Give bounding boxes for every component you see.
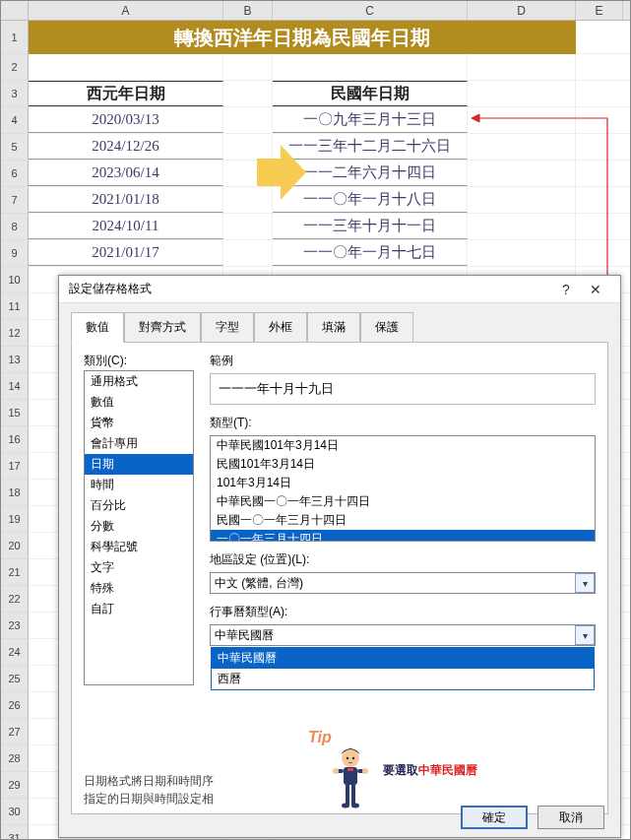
row-header-9[interactable]: 9 bbox=[1, 240, 29, 267]
roc-date[interactable]: 一一〇年一月十八日 bbox=[273, 187, 468, 213]
category-item[interactable]: 特殊 bbox=[85, 578, 193, 599]
category-item[interactable]: 貨幣 bbox=[85, 413, 193, 433]
chevron-down-icon[interactable]: ▾ bbox=[575, 625, 595, 645]
roc-date[interactable]: 一〇九年三月十三日 bbox=[273, 107, 468, 133]
chevron-down-icon[interactable]: ▾ bbox=[575, 573, 595, 593]
tab-5[interactable]: 保護 bbox=[360, 312, 413, 343]
type-item[interactable]: 民國101年3月14日 bbox=[211, 455, 595, 474]
row-header-1[interactable]: 1 bbox=[1, 21, 29, 54]
tab-1[interactable]: 對齊方式 bbox=[124, 312, 201, 343]
row-header-15[interactable]: 15 bbox=[1, 400, 29, 426]
roc-date[interactable]: 一一三年十二月二十六日 bbox=[273, 134, 468, 160]
type-list[interactable]: 中華民國101年3月14日民國101年3月14日101年3月14日中華民國一〇一… bbox=[210, 435, 596, 542]
category-item[interactable]: 時間 bbox=[85, 475, 193, 495]
row-header-5[interactable]: 5 bbox=[1, 134, 29, 161]
row-header-24[interactable]: 24 bbox=[1, 639, 29, 666]
tab-number: 類別(C): 通用格式數值貨幣會計專用日期時間百分比分數科學記號文字特殊自訂 範… bbox=[71, 342, 608, 814]
row-header-16[interactable]: 16 bbox=[1, 426, 29, 453]
category-item[interactable]: 文字 bbox=[85, 557, 193, 578]
western-date[interactable]: 2021/01/18 bbox=[29, 187, 223, 213]
roc-date[interactable]: 一一二年六月十四日 bbox=[273, 161, 468, 186]
calendar-option[interactable]: 中華民國曆 bbox=[212, 648, 594, 669]
western-date[interactable]: 2021/01/17 bbox=[29, 240, 223, 266]
svg-rect-14 bbox=[347, 768, 353, 771]
category-item[interactable]: 百分比 bbox=[85, 495, 193, 516]
category-label: 類別(C): bbox=[84, 353, 127, 369]
western-date[interactable]: 2020/03/13 bbox=[29, 107, 223, 133]
table-row: 2020/03/13一〇九年三月十三日 bbox=[29, 107, 630, 134]
close-button[interactable]: ✕ bbox=[581, 282, 610, 297]
row-header-13[interactable]: 13 bbox=[1, 347, 29, 373]
row-header-3[interactable]: 3 bbox=[1, 81, 29, 107]
row-header-26[interactable]: 26 bbox=[1, 692, 29, 719]
column-headers: A B C D E bbox=[1, 1, 630, 21]
calendar-option[interactable]: 西曆 bbox=[212, 669, 594, 689]
table-row: 2024/10/11一一三年十月十一日 bbox=[29, 214, 630, 240]
locale-combo[interactable]: 中文 (繁體, 台灣) ▾ bbox=[210, 572, 596, 594]
row-header-23[interactable]: 23 bbox=[1, 613, 29, 639]
row-header-10[interactable]: 10 bbox=[1, 267, 29, 293]
type-item[interactable]: 中華民國101年3月14日 bbox=[211, 436, 595, 455]
row-header-18[interactable]: 18 bbox=[1, 480, 29, 506]
row-header-4[interactable]: 4 bbox=[1, 107, 29, 134]
roc-date[interactable]: 一一三年十月十一日 bbox=[273, 214, 468, 239]
category-item[interactable]: 會計專用 bbox=[85, 433, 193, 454]
tab-4[interactable]: 填滿 bbox=[307, 312, 360, 343]
row-header-28[interactable]: 28 bbox=[1, 745, 29, 772]
row-header-25[interactable]: 25 bbox=[1, 666, 29, 692]
roc-date[interactable]: 一一〇年一月十七日 bbox=[273, 240, 468, 266]
row-header-14[interactable]: 14 bbox=[1, 373, 29, 400]
table-row: 2024/12/26一一三年十二月二十六日 bbox=[29, 134, 630, 161]
row-header-2[interactable]: 2 bbox=[1, 54, 29, 81]
calendar-combo[interactable]: 中華民國曆 ▾ 中華民國曆西曆 bbox=[210, 624, 596, 646]
row-header-19[interactable]: 19 bbox=[1, 506, 29, 533]
ok-button[interactable]: 確定 bbox=[461, 806, 528, 829]
col-header-C[interactable]: C bbox=[273, 1, 468, 20]
row-header-6[interactable]: 6 bbox=[1, 161, 29, 187]
type-item[interactable]: 一〇一年三月十四日 bbox=[211, 530, 595, 542]
category-item[interactable]: 數值 bbox=[85, 392, 193, 413]
tab-0[interactable]: 數值 bbox=[71, 312, 124, 343]
col-header-B[interactable]: B bbox=[223, 1, 273, 20]
western-date[interactable]: 2024/12/26 bbox=[29, 134, 223, 160]
row-header-31[interactable]: 31 bbox=[1, 825, 29, 840]
type-item[interactable]: 中華民國一〇一年三月十四日 bbox=[211, 492, 595, 511]
row-header-17[interactable]: 17 bbox=[1, 453, 29, 480]
tab-2[interactable]: 字型 bbox=[201, 312, 254, 343]
category-item[interactable]: 分數 bbox=[85, 516, 193, 537]
row-header-30[interactable]: 30 bbox=[1, 799, 29, 825]
title-cell: 轉換西洋年日期為民國年日期 bbox=[29, 21, 576, 54]
row-1: 轉換西洋年日期為民國年日期 bbox=[29, 21, 630, 54]
table-row: 2021/01/17一一〇年一月十七日 bbox=[29, 240, 630, 267]
row-header-21[interactable]: 21 bbox=[1, 559, 29, 586]
type-item[interactable]: 民國一〇一年三月十四日 bbox=[211, 511, 595, 530]
col-header-E[interactable]: E bbox=[576, 1, 623, 20]
category-item[interactable]: 日期 bbox=[85, 454, 193, 475]
tip-word: Tip bbox=[308, 729, 332, 745]
row-header-11[interactable]: 11 bbox=[1, 293, 29, 320]
category-item[interactable]: 自訂 bbox=[85, 599, 193, 619]
table-row: 2021/01/18一一〇年一月十八日 bbox=[29, 187, 630, 214]
western-date[interactable]: 2023/06/14 bbox=[29, 161, 223, 186]
row-header-8[interactable]: 8 bbox=[1, 214, 29, 240]
help-button[interactable]: ? bbox=[551, 282, 581, 297]
tab-3[interactable]: 外框 bbox=[254, 312, 307, 343]
row-header-20[interactable]: 20 bbox=[1, 533, 29, 559]
header-roc: 民國年日期 bbox=[273, 81, 468, 106]
type-item[interactable]: 101年3月14日 bbox=[211, 474, 595, 492]
calendar-dropdown[interactable]: 中華民國曆西曆 bbox=[211, 647, 595, 690]
category-item[interactable]: 通用格式 bbox=[85, 371, 193, 392]
category-item[interactable]: 科學記號 bbox=[85, 537, 193, 557]
col-header-A[interactable]: A bbox=[29, 1, 223, 20]
col-header-D[interactable]: D bbox=[468, 1, 576, 20]
row-header-12[interactable]: 12 bbox=[1, 320, 29, 347]
category-list[interactable]: 通用格式數值貨幣會計專用日期時間百分比分數科學記號文字特殊自訂 bbox=[84, 370, 194, 685]
row-3: 西元年日期 民國年日期 bbox=[29, 81, 630, 107]
row-header-29[interactable]: 29 bbox=[1, 772, 29, 799]
row-header-22[interactable]: 22 bbox=[1, 586, 29, 613]
cancel-button[interactable]: 取消 bbox=[537, 806, 604, 829]
select-all-corner[interactable] bbox=[1, 1, 29, 20]
row-header-27[interactable]: 27 bbox=[1, 719, 29, 745]
western-date[interactable]: 2024/10/11 bbox=[29, 214, 223, 239]
row-header-7[interactable]: 7 bbox=[1, 187, 29, 214]
